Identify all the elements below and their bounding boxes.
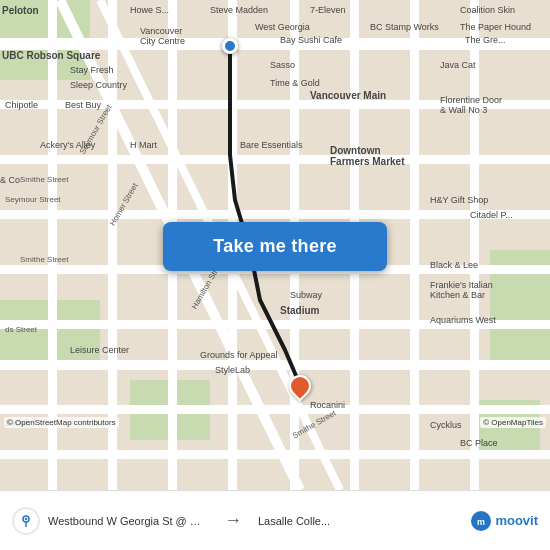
osm-attribution: © OpenStreetMap contributors xyxy=(4,417,119,428)
arrow-icon: → xyxy=(224,510,242,531)
moovit-logo-icon: m xyxy=(470,510,492,532)
street-quebec-v xyxy=(470,0,479,490)
openmaptiles-attribution: © OpenMapTiles xyxy=(480,417,546,428)
to-destination-label: Lasalle Colle... xyxy=(258,515,388,527)
street-davie-1 xyxy=(0,320,550,329)
button-label: Take me there xyxy=(213,236,337,257)
bottom-bar: Westbound W Georgia St @ Seymo... → Lasa… xyxy=(0,490,550,550)
street-robson xyxy=(0,100,550,109)
street-smithe-1 xyxy=(0,155,550,164)
street-pacific xyxy=(0,405,550,414)
street-nelson xyxy=(0,210,550,219)
destination-pin xyxy=(284,370,315,401)
from-station-label: Westbound W Georgia St @ Seymo... xyxy=(48,515,208,527)
origin-marker xyxy=(222,38,238,54)
street-expo xyxy=(0,450,550,459)
take-me-there-button[interactable]: Take me there xyxy=(163,222,387,271)
destination-marker xyxy=(288,375,312,405)
street-georgia xyxy=(0,38,550,50)
moovit-brand: m moovit xyxy=(470,510,538,532)
bottom-left-content: Westbound W Georgia St @ Seymo... → Lasa… xyxy=(12,507,470,535)
svg-text:m: m xyxy=(477,517,485,527)
street-main-v xyxy=(410,0,419,490)
svg-point-3 xyxy=(25,517,27,519)
map-container: Peloton UBC Robson Square Howe S... Stev… xyxy=(0,0,550,490)
location-icon xyxy=(12,507,40,535)
street-smithe-2 xyxy=(0,360,550,370)
moovit-brand-label: moovit xyxy=(495,513,538,528)
